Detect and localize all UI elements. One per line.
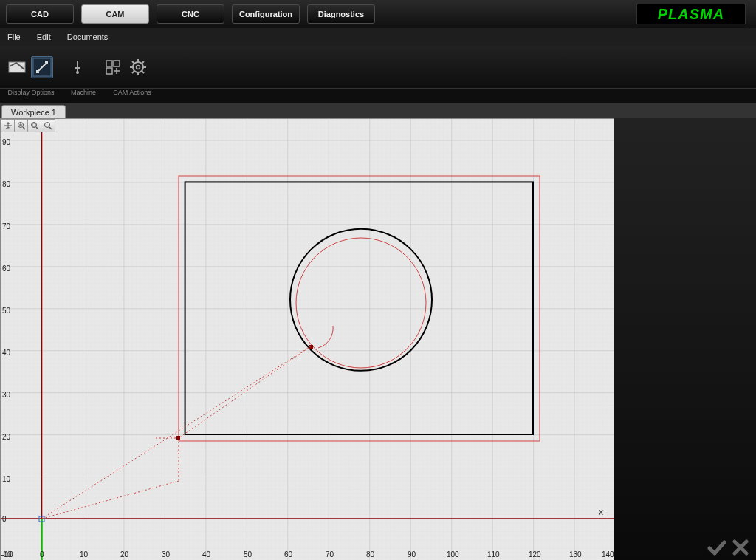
svg-point-6 — [133, 62, 143, 72]
cam-tab-button[interactable]: CAM — [81, 4, 149, 24]
svg-line-15 — [142, 61, 144, 64]
configuration-tab-button[interactable]: Configuration — [232, 4, 300, 24]
menu-edit[interactable]: Edit — [37, 33, 51, 41]
y-tick: 10 — [2, 475, 10, 483]
x-tick: 0 — [40, 550, 44, 559]
svg-point-2 — [76, 71, 79, 74]
x-tick: 40 — [202, 550, 210, 559]
ribbon-toolbar — [0, 46, 756, 89]
cnc-tab-button[interactable]: CNC — [157, 4, 224, 24]
document-tabstrip: Workpiece 1 — [0, 103, 756, 118]
x-tick: 30 — [162, 550, 170, 559]
tab-workpiece-1[interactable]: Workpiece 1 — [1, 105, 66, 118]
work-area: x 90 80 70 60 50 40 30 20 10 0 -10 -10 0… — [0, 118, 756, 560]
machine-label: Machine — [69, 89, 97, 103]
display-toggle-icon[interactable] — [6, 56, 28, 78]
brand-logo: PLASMA — [636, 4, 746, 24]
gear-icon[interactable] — [127, 56, 149, 78]
x-tick: 130 — [569, 550, 582, 559]
y-tick: 50 — [2, 307, 10, 315]
diagnostics-tab-button[interactable]: Diagnostics — [307, 4, 375, 24]
display-options-group — [6, 56, 53, 78]
canvas-mini-toolbar — [1, 119, 55, 132]
toolbar-labels: Display Options Machine CAM Actions — [0, 89, 756, 103]
nest-icon[interactable] — [102, 56, 124, 78]
y-tick: 30 — [2, 391, 10, 399]
x-tick: 60 — [284, 550, 292, 559]
svg-rect-27 — [1, 119, 615, 560]
y-tick: 90 — [2, 138, 10, 146]
menu-bar: File Edit Documents — [0, 28, 756, 46]
cam-actions-label: CAM Actions — [111, 89, 154, 103]
x-tick: 110 — [487, 550, 500, 559]
top-bar: CAD CAM CNC Configuration Diagnostics PL… — [0, 0, 756, 28]
y-tick: 60 — [2, 264, 10, 273]
pan-icon[interactable] — [1, 120, 15, 132]
svg-point-20 — [31, 123, 36, 128]
svg-line-24 — [49, 127, 52, 129]
zoom-fit-icon[interactable] — [28, 120, 41, 132]
y-tick: 20 — [2, 433, 10, 441]
y-tick: 40 — [2, 349, 10, 357]
zoom-in-icon[interactable] — [15, 120, 28, 132]
svg-line-13 — [142, 71, 144, 73]
ok-icon[interactable] — [707, 539, 726, 556]
svg-line-21 — [36, 127, 38, 129]
x-tick: 20 — [120, 550, 128, 559]
y-tick: 70 — [2, 222, 10, 231]
x-tick: 120 — [529, 550, 541, 559]
menu-documents[interactable]: Documents — [67, 33, 109, 41]
cad-tab-button[interactable]: CAD — [6, 4, 74, 24]
x-tick: -10 — [1, 550, 11, 559]
x-tick: 70 — [326, 550, 334, 559]
svg-point-7 — [137, 65, 140, 69]
svg-line-12 — [132, 61, 134, 64]
svg-line-14 — [132, 71, 134, 73]
cam-actions-group — [102, 56, 149, 78]
menu-file[interactable]: File — [7, 33, 21, 41]
zoom-window-icon[interactable] — [41, 120, 55, 132]
machine-group — [66, 56, 89, 78]
svg-rect-3 — [106, 61, 112, 66]
x-tick: 90 — [408, 550, 416, 559]
x-tick: 10 — [80, 550, 88, 559]
x-axis-label: x — [599, 507, 603, 517]
svg-point-23 — [45, 123, 50, 128]
y-tick: 80 — [2, 180, 10, 188]
canvas-panel[interactable]: x 90 80 70 60 50 40 30 20 10 0 -10 -10 0… — [0, 118, 614, 560]
display-options-label: Display Options — [6, 89, 56, 103]
svg-line-17 — [23, 127, 25, 129]
y-tick: 0 — [2, 515, 7, 523]
side-panel — [614, 118, 756, 560]
svg-rect-4 — [114, 61, 120, 66]
x-tick: 100 — [447, 550, 459, 559]
x-tick: 140 — [602, 550, 614, 559]
svg-rect-5 — [106, 68, 112, 74]
machine-icon[interactable] — [66, 56, 89, 78]
cancel-icon[interactable] — [732, 539, 749, 556]
x-tick: 50 — [244, 550, 252, 559]
x-tick: 80 — [366, 550, 374, 559]
svg-rect-22 — [32, 123, 35, 126]
pierce-point-2 — [176, 436, 180, 440]
arrows-icon[interactable] — [31, 56, 53, 78]
drawing-canvas[interactable]: x — [1, 119, 615, 560]
